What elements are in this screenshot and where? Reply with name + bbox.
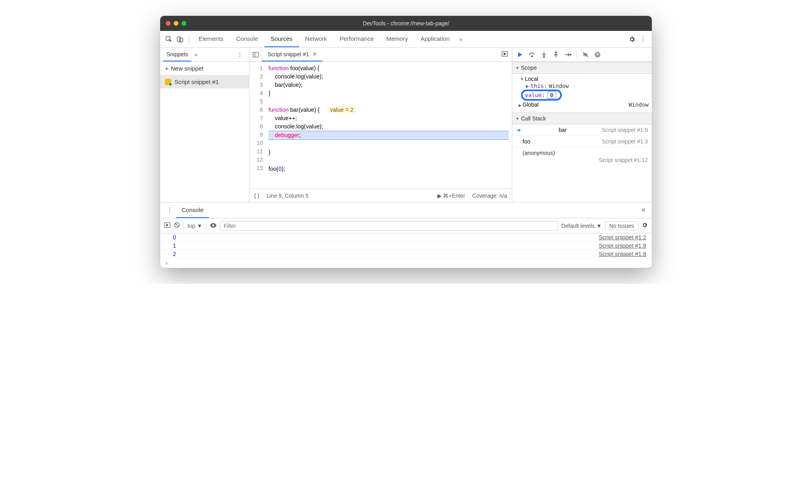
debug-controls (512, 48, 652, 62)
tab-memory[interactable]: Memory (380, 31, 414, 47)
log-source-link[interactable]: Script snippet #1:8 (599, 242, 646, 249)
svg-point-8 (570, 54, 571, 55)
maximize-window-icon[interactable] (182, 21, 186, 26)
tab-console[interactable]: Console (230, 31, 264, 47)
deactivate-breakpoints-icon[interactable] (581, 50, 590, 59)
console-output: 0Script snippet #1:2 1Script snippet #1:… (160, 233, 652, 268)
scope-global[interactable]: ▶Global Window (515, 101, 652, 109)
scope-this[interactable]: ▶this:Window (515, 82, 652, 90)
snippets-tab[interactable]: Snippets (163, 48, 191, 61)
devtools-window: DevTools - chrome://new-tab-page/ Elemen… (160, 16, 652, 268)
coverage-status[interactable]: Coverage: n/a (472, 193, 507, 199)
console-toolbar: top ▼ Default levels ▼ No Issues (160, 218, 652, 233)
navigator-tabs: Snippets » ⋮ (160, 48, 249, 62)
close-tab-icon[interactable]: × (313, 51, 316, 58)
plus-icon: + (165, 65, 169, 72)
line-gutter: 12345678910111213 (249, 62, 267, 189)
pause-exceptions-icon[interactable] (593, 50, 602, 59)
stack-frame-bar[interactable]: bar Script snippet #1:9 (512, 124, 652, 136)
scope-section-header[interactable]: ▼Scope (512, 62, 652, 74)
new-snippet-label: New snippet (171, 65, 204, 72)
tab-elements[interactable]: Elements (192, 31, 230, 47)
step-over-icon[interactable] (527, 50, 537, 59)
sources-panel: Snippets » ⋮ + New snippet Script snippe… (160, 48, 652, 202)
log-source-link[interactable]: Script snippet #1:2 (599, 234, 646, 241)
tab-network[interactable]: Network (299, 31, 333, 47)
run-shortcut[interactable]: ▶ ⌘+Enter (437, 193, 465, 199)
scope-value-input[interactable] (548, 92, 556, 99)
snippet-item[interactable]: Script snippet #1 (160, 75, 249, 88)
drawer-tab-console[interactable]: Console (176, 202, 209, 218)
main-toolbar: Elements Console Sources Network Perform… (160, 31, 652, 48)
svg-point-7 (555, 52, 557, 53)
tab-performance[interactable]: Performance (333, 31, 380, 47)
file-tab[interactable]: Script snippet #1 × (262, 48, 322, 61)
svg-rect-1 (177, 37, 180, 42)
step-out-icon[interactable] (551, 50, 561, 59)
more-tabs-icon[interactable]: » (456, 36, 465, 42)
snippet-file-icon (165, 79, 171, 85)
tab-application[interactable]: Application (414, 31, 456, 47)
console-settings-icon[interactable] (642, 222, 648, 229)
minimize-window-icon[interactable] (174, 21, 178, 26)
stack-frame-foo[interactable]: foo Script snippet #1:3 (512, 136, 652, 147)
log-levels-selector[interactable]: Default levels ▼ (561, 223, 602, 229)
scope-body: ▼Local ▶this:Window value: ▶Global Windo… (512, 74, 652, 113)
step-into-icon[interactable] (539, 50, 549, 59)
log-source-link[interactable]: Script snippet #1:8 (599, 251, 646, 257)
drawer-menu-icon[interactable]: ⋮ (163, 206, 176, 214)
resume-icon[interactable] (515, 50, 525, 59)
console-sidebar-toggle-icon[interactable] (164, 222, 170, 229)
settings-icon[interactable] (626, 34, 638, 45)
scope-local[interactable]: ▼Local (515, 75, 652, 82)
kebab-menu-icon[interactable]: ⋮ (638, 34, 649, 45)
navigator-more-icon[interactable]: » (191, 52, 201, 58)
step-icon[interactable] (563, 50, 573, 59)
clear-console-icon[interactable] (174, 222, 180, 229)
navigator-sidebar: Snippets » ⋮ + New snippet Script snippe… (160, 48, 249, 202)
context-selector[interactable]: top ▼ (183, 221, 207, 230)
code-editor[interactable]: 12345678910111213 function foo(value) { … (249, 62, 512, 189)
cursor-position: Line 9, Column 5 (266, 193, 308, 199)
window-title: DevTools - chrome://new-tab-page/ (160, 20, 652, 27)
log-row: 0Script snippet #1:2 (160, 233, 652, 242)
log-row: 1Script snippet #1:8 (160, 242, 652, 250)
tab-sources[interactable]: Sources (264, 31, 299, 47)
inline-value-hint: value = 2 (327, 107, 356, 113)
inspect-icon[interactable] (163, 34, 174, 45)
issues-button[interactable]: No Issues (605, 221, 638, 230)
editor-tabs: Script snippet #1 × (249, 48, 512, 62)
pretty-print-icon[interactable]: { } (254, 193, 259, 199)
svg-point-5 (532, 55, 533, 57)
console-filter-input[interactable] (220, 221, 558, 231)
console-drawer: ⋮ Console × top ▼ Default levels ▼ No Is… (160, 202, 652, 268)
svg-rect-10 (598, 53, 599, 55)
editor-panel: Script snippet #1 × 12345678910111213 fu… (249, 48, 512, 202)
titlebar: DevTools - chrome://new-tab-page/ (160, 16, 652, 31)
log-row: 2Script snippet #1:8 (160, 250, 652, 258)
window-controls (166, 21, 186, 26)
editor-statusbar: { } Line 9, Column 5 ▶ ⌘+Enter Coverage:… (249, 189, 512, 202)
live-expression-icon[interactable] (210, 223, 217, 229)
debugger-panel: ▼Scope ▼Local ▶this:Window value: ▶Globa… (512, 48, 652, 202)
scope-value-highlight: value: (521, 90, 562, 101)
snippet-name: Script snippet #1 (174, 78, 219, 85)
device-toggle-icon[interactable] (174, 34, 186, 45)
panel-tabs: Elements Console Sources Network Perform… (192, 31, 456, 47)
run-snippet-icon[interactable] (498, 51, 512, 59)
svg-rect-9 (597, 53, 598, 55)
stack-frame-anonymous-loc: Script snippet #1:12 (512, 157, 652, 166)
navigator-toggle-icon[interactable] (249, 48, 262, 61)
drawer-tabs: ⋮ Console × (160, 202, 652, 218)
console-prompt[interactable]: › (160, 258, 652, 268)
svg-point-6 (544, 56, 545, 57)
stack-frame-anonymous[interactable]: (anonymous) (512, 147, 652, 157)
new-snippet-button[interactable]: + New snippet (160, 62, 249, 75)
drawer-close-icon[interactable]: × (638, 206, 649, 214)
callstack-section-header[interactable]: ▼Call Stack (512, 113, 652, 124)
file-tab-label: Script snippet #1 (268, 51, 309, 57)
navigator-menu-icon[interactable]: ⋮ (234, 52, 246, 58)
close-window-icon[interactable] (166, 21, 170, 26)
code-body[interactable]: function foo(value) { console.log(value)… (267, 62, 512, 189)
